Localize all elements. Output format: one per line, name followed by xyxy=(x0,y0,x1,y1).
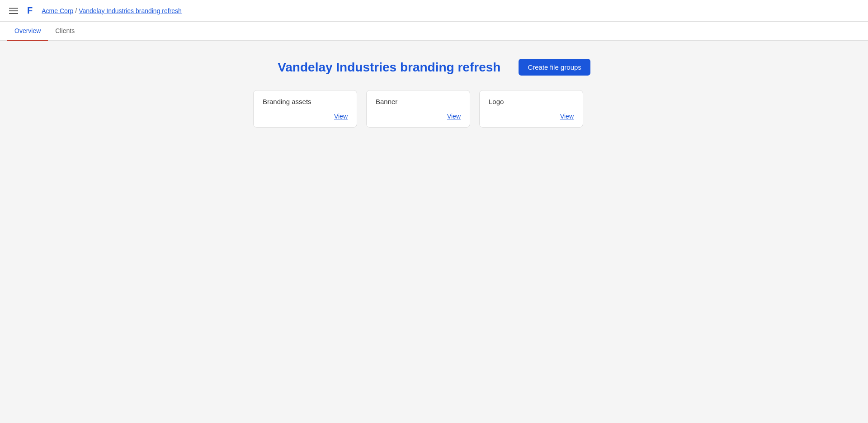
tab-overview[interactable]: Overview xyxy=(7,22,48,41)
breadcrumb: Acme Corp / Vandelay Industries branding… xyxy=(42,7,182,14)
logo-letter: F xyxy=(27,5,33,16)
breadcrumb-parent-link[interactable]: Acme Corp xyxy=(42,7,73,14)
file-groups-container: Branding assets View Banner View Logo Vi… xyxy=(253,90,615,128)
hamburger-menu[interactable] xyxy=(7,6,20,16)
main-content: Vandelay Industries branding refresh Cre… xyxy=(0,41,868,146)
page-header: Vandelay Industries branding refresh Cre… xyxy=(253,59,615,76)
file-group-card-logo: Logo View xyxy=(479,90,583,128)
card-view-link-logo[interactable]: View xyxy=(489,113,574,120)
tab-clients[interactable]: Clients xyxy=(48,22,82,41)
create-file-groups-button[interactable]: Create file groups xyxy=(519,59,590,76)
card-title-banner: Banner xyxy=(376,98,461,105)
file-group-card-branding-assets: Branding assets View xyxy=(253,90,357,128)
file-group-card-banner: Banner View xyxy=(366,90,470,128)
top-nav: F Acme Corp / Vandelay Industries brandi… xyxy=(0,0,868,22)
breadcrumb-current-link[interactable]: Vandelay Industries branding refresh xyxy=(79,7,182,14)
card-view-link-branding-assets[interactable]: View xyxy=(263,113,348,120)
card-title-branding-assets: Branding assets xyxy=(263,98,348,105)
page-title: Vandelay Industries branding refresh xyxy=(278,60,500,75)
breadcrumb-separator: / xyxy=(75,7,77,14)
card-view-link-banner[interactable]: View xyxy=(376,113,461,120)
card-title-logo: Logo xyxy=(489,98,574,105)
tab-bar: Overview Clients xyxy=(0,22,868,41)
